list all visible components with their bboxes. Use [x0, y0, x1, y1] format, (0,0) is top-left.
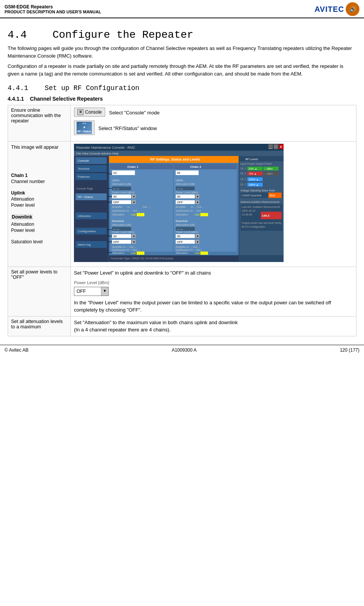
page-footer: © Avitec AB A1009300 A 120 (177): [0, 345, 364, 355]
footer-doc-number: A1009300 A: [172, 347, 196, 353]
console-icon: 🖥: [77, 109, 83, 115]
svg-text:_: _: [269, 145, 272, 149]
svg-text:BCCH configuration.: BCCH configuration.: [242, 225, 266, 228]
power-level-value: OFF: [74, 287, 101, 296]
svg-text:OFF: OFF: [177, 201, 183, 204]
power-off-text: Set all power levels to "OFF": [11, 269, 58, 280]
svg-text:Saturation: Saturation: [112, 252, 124, 254]
svg-text:Antenna Isolation Measurements: Antenna Isolation Measurements: [241, 201, 280, 203]
subsubsection-heading: Channel Selective Repeaters: [30, 96, 103, 102]
rfstatus-icon-text: «·»⚑RF / Status: [77, 122, 91, 134]
ensure-online-text: Ensure online communication with the rep…: [11, 108, 61, 124]
svg-text:Power Level [dBm]: Power Level [dBm]: [176, 191, 198, 194]
svg-text:X: X: [280, 145, 282, 149]
power-level-label-2: Power level: [11, 228, 67, 233]
subsubsection-number: 4.4.1.1: [8, 96, 24, 102]
svg-text:UL 2: UL 2: [241, 178, 246, 180]
svg-text:30: 30: [113, 235, 117, 238]
svg-text:Saturation: Saturation: [176, 213, 188, 216]
svg-text:Saturation: Saturation: [112, 213, 124, 216]
subsection-number: 4.4.1: [8, 84, 28, 92]
dropdown-container: Power Level [dBm] OFF ▼: [74, 280, 353, 296]
left-label-power-off: Set all power levels to "OFF": [8, 267, 71, 316]
downlink-label: Downlink: [11, 214, 33, 220]
power-level-field-label: Power Level [dBm]: [74, 280, 353, 286]
channel-number-label: Channel number: [11, 179, 67, 184]
svg-text:Out ...: Out ...: [143, 206, 150, 208]
svg-text:Connected    Type: CR922    SD: Connected Type: CR922 SD: 00-00-0003 Ful…: [111, 257, 173, 260]
console-button-row: 🖥 Console Select "Console" mode: [74, 108, 353, 118]
rmc-screenshot: Repeater Maintenance Console - RMC _ □ X…: [74, 144, 284, 262]
rfstatus-button[interactable]: «·»⚑RF / Status: [74, 121, 95, 135]
svg-text:▼: ▼: [196, 241, 199, 243]
logo-text: AVITEC: [314, 5, 344, 14]
svg-text:Amplifier: Amplifier: [176, 206, 186, 209]
svg-text:Amplifier: Amplifier: [112, 206, 123, 209]
svg-text:— —: — —: [177, 228, 183, 230]
power-off-explanation: In the "Power Level" menu the output pow…: [74, 299, 353, 314]
svg-text:Chain 1: Chain 1: [127, 165, 138, 169]
svg-text:▼: ▼: [133, 201, 135, 204]
svg-text:▼: ▼: [196, 195, 199, 198]
svg-text:2003-10-10: 2003-10-10: [242, 209, 255, 212]
svg-text:UL 1: UL 1: [241, 167, 246, 170]
attenuation-description: Set "Attenuation" to the maximum value i…: [74, 319, 353, 334]
svg-rect-31: [110, 164, 173, 169]
svg-text:23: 23: [113, 171, 117, 175]
svg-text:Repeater Maintenance Console -: Repeater Maintenance Console - RMC: [76, 146, 136, 149]
svg-text:Attenuation [dB]: Attenuation [dB]: [176, 183, 195, 186]
console-select-desc: Select "Console" mode: [109, 109, 160, 117]
svg-text:30: 30: [177, 195, 180, 198]
svg-text:10% ▲: 10% ▲: [249, 167, 257, 170]
svg-text:In  ...: In ...: [127, 206, 133, 208]
svg-text:30: 30: [177, 235, 180, 238]
subsection-heading: Set up RF Configuration: [45, 84, 139, 92]
svg-text:-- dBm: -- dBm: [265, 172, 273, 175]
svg-text:Saturation: Saturation: [176, 252, 188, 254]
left-label-ensure-online: Ensure online communication with the rep…: [8, 105, 71, 141]
attenuation-text: Set all attenuation levels to a maximum: [11, 319, 63, 330]
svg-text:Console: Console: [78, 159, 89, 162]
rfstatus-button-row: «·»⚑RF / Status Select "RF/Status" windo…: [74, 121, 353, 137]
chain1-label: Chain 1: [11, 173, 67, 178]
svg-text:Alarm log: Alarm log: [78, 243, 91, 246]
svg-text:Synthesizer In ...  Out ...: Synthesizer In ... Out ...: [176, 209, 204, 212]
svg-text:□: □: [274, 145, 277, 149]
right-cell-power-off: Set "Power Level" in uplink and downlink…: [71, 267, 356, 316]
svg-text:Input Power    Output Power: Input Power Output Power: [241, 162, 272, 166]
svg-text:Power Level [dBm]: Power Level [dBm]: [112, 191, 135, 194]
table-row: This image will appear Chain 1 Channel n…: [8, 141, 356, 267]
console-button[interactable]: 🖥 Console: [74, 108, 105, 117]
svg-text:VSWR Downlink:: VSWR Downlink:: [242, 194, 262, 197]
svg-text:Features: Features: [78, 175, 90, 178]
svg-text:Synthesizer In ...  Out ...: Synthesizer In ... Out ...: [112, 209, 140, 212]
right-cell-screenshot: Repeater Maintenance Console - RMC _ □ X…: [71, 141, 356, 267]
svg-text:▼: ▼: [196, 201, 199, 204]
svg-text:Attenuation [dB]: Attenuation [dB]: [176, 223, 195, 227]
image-will-appear-text: This image will appear: [11, 145, 67, 150]
svg-text:140.2: 140.2: [262, 214, 270, 217]
body-paragraph-1: The following pages will guide you throu…: [8, 45, 356, 59]
svg-text:— —: — —: [113, 228, 119, 230]
svg-text:DL 2: DL 2: [241, 183, 246, 186]
body-paragraph-2: Configuration of a repeater is made part…: [8, 63, 356, 77]
right-cell-ensure-online: 🖥 Console Select "Console" mode «·»⚑RF /…: [71, 105, 356, 141]
svg-text:100% ▲: 100% ▲: [249, 178, 259, 181]
svg-text:Synthesizer In ...  Out ...: Synthesizer In ... Out ...: [112, 249, 140, 252]
table-row: Ensure online communication with the rep…: [8, 105, 356, 141]
attenuation-label-2: Attenuation: [11, 222, 67, 227]
section-title: 4.4 Configure the Repeater: [8, 29, 356, 41]
section-heading: Configure the Repeater: [53, 29, 194, 41]
svg-text:RF Levels: RF Levels: [245, 158, 258, 161]
svg-text:— —: — —: [113, 187, 119, 190]
power-level-dropdown[interactable]: OFF ▼: [74, 287, 109, 296]
power-level-label-1: Power level: [11, 203, 67, 208]
svg-text:30: 30: [113, 195, 117, 198]
svg-text:▼: ▼: [133, 241, 135, 243]
svg-text:Chain 2: Chain 2: [190, 165, 201, 169]
rfstatus-select-desc: Select "RF/Status" window: [98, 125, 157, 132]
dropdown-arrow-icon[interactable]: ▼: [101, 287, 108, 296]
rfstatus-icon: «·»⚑RF / Status: [77, 122, 92, 134]
svg-text:Utilization: Utilization: [78, 214, 91, 218]
svg-text:Last Ant. Isolation Measuremen: Last Ant. Isolation Measurement:: [242, 206, 281, 208]
